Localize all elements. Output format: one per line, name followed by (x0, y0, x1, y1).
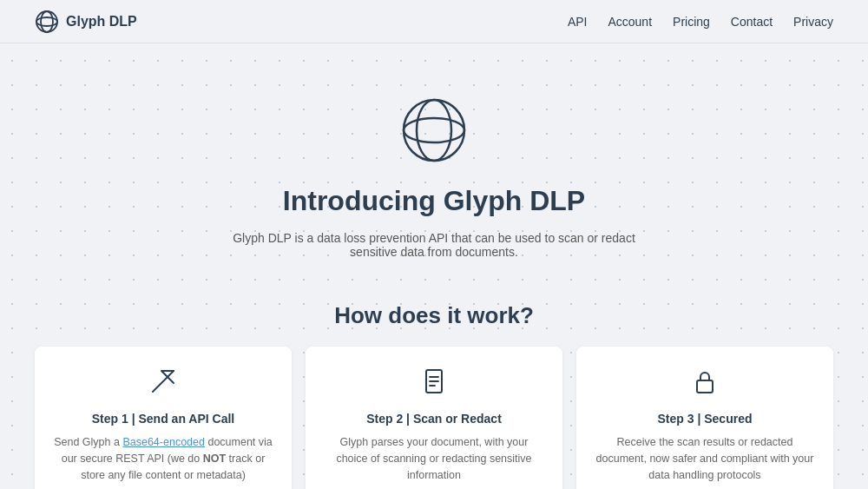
step-1-description: Send Glyph a Base64-encoded document via… (52, 434, 274, 483)
svg-rect-11 (697, 380, 713, 393)
navbar: Glyph DLP API Account Pricing Contact Pr… (0, 0, 868, 43)
svg-point-3 (404, 100, 464, 161)
svg-line-6 (153, 371, 174, 392)
step-3-card: Step 3 | Secured Receive the scan result… (576, 347, 833, 489)
send-icon (52, 367, 274, 401)
svg-point-4 (404, 118, 464, 142)
nav-privacy[interactable]: Privacy (793, 15, 833, 29)
nav-pricing[interactable]: Pricing (673, 15, 710, 29)
base64-link[interactable]: Base64-encoded (122, 436, 205, 448)
how-it-works-title: How does it work? (35, 302, 833, 329)
svg-point-2 (41, 11, 53, 32)
lock-icon (594, 367, 816, 401)
step-1-title: Step 1 | Send an API Call (52, 412, 274, 426)
svg-point-1 (36, 17, 57, 26)
hero-logo-icon (399, 96, 469, 165)
document-icon (323, 367, 545, 401)
step-2-card: Step 2 | Scan or Redact Glyph parses you… (306, 347, 562, 489)
glyph-logo-icon (35, 10, 59, 34)
nav-links: API Account Pricing Contact Privacy (568, 15, 833, 29)
nav-account[interactable]: Account (608, 15, 652, 29)
step-2-title: Step 2 | Scan or Redact (323, 412, 545, 426)
brand-name: Glyph DLP (66, 14, 137, 30)
step-3-title: Step 3 | Secured (594, 412, 816, 426)
step-2-description: Glyph parses your document, with your ch… (323, 434, 545, 483)
hero-title: Introducing Glyph DLP (35, 185, 833, 217)
svg-point-5 (417, 100, 451, 161)
hero-subtitle: Glyph DLP is a data loss prevention API … (217, 231, 651, 259)
step-1-card: Step 1 | Send an API Call Send Glyph a B… (35, 347, 292, 489)
brand-link[interactable]: Glyph DLP (35, 10, 137, 34)
svg-point-0 (36, 11, 57, 32)
hero-section: Introducing Glyph DLP Glyph DLP is a dat… (35, 78, 833, 285)
step-3-description: Receive the scan results or redacted doc… (594, 434, 816, 483)
main-content: Introducing Glyph DLP Glyph DLP is a dat… (0, 43, 868, 489)
nav-api[interactable]: API (568, 15, 588, 29)
steps-row: Step 1 | Send an API Call Send Glyph a B… (35, 347, 833, 489)
nav-contact[interactable]: Contact (731, 15, 773, 29)
